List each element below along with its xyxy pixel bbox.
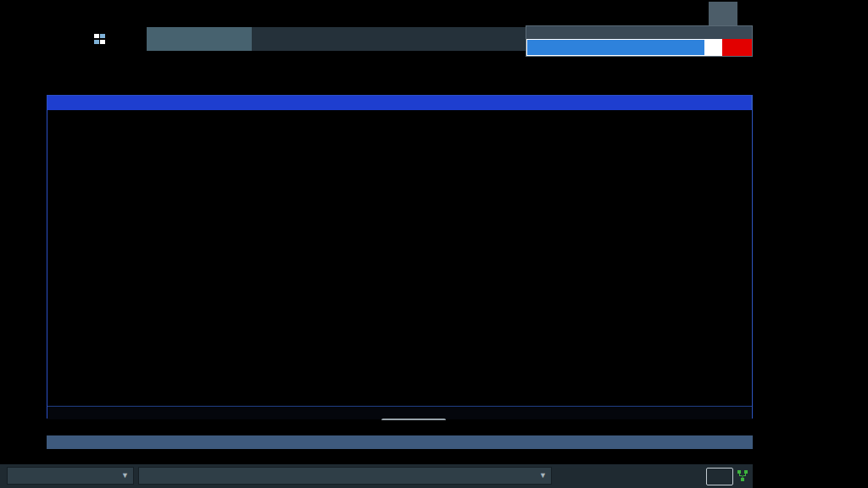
trace-color-dot-icon [737, 100, 744, 107]
dc-status-badge[interactable] [706, 468, 733, 485]
tab-multiview[interactable] [47, 27, 147, 51]
softkey-sidebar [753, 0, 868, 488]
chevron-down-icon: ▼ [121, 471, 129, 480]
marker-table-window [47, 420, 753, 464]
marker-table-row [47, 449, 753, 462]
status-bar: ▼ ▼ [0, 464, 753, 488]
popup-close-button[interactable] [722, 39, 752, 56]
trace-legend[interactable] [737, 100, 746, 107]
instrument-screen: ▼ ▼ [0, 0, 868, 488]
frequency-diagram-window [47, 95, 753, 419]
trigger-level-input[interactable] [526, 39, 722, 56]
multiview-grid-icon [94, 34, 105, 45]
x-axis-bar [47, 406, 752, 419]
screenshot-camera-button[interactable] [709, 2, 737, 25]
trigger-level-value [527, 40, 704, 55]
diagram-header [47, 96, 751, 110]
channel-settings-bar [47, 51, 753, 95]
status-dropdown-left[interactable]: ▼ [7, 467, 134, 485]
plot-area[interactable] [47, 110, 752, 406]
trigger-level-popup-title [526, 26, 752, 39]
chevron-down-icon: ▼ [539, 471, 547, 480]
tab-phase-noise[interactable] [147, 27, 252, 51]
marker-table-header [47, 435, 753, 449]
toolbar [0, 0, 868, 27]
status-dropdown-main[interactable]: ▼ [138, 467, 552, 485]
lan-status-icon [737, 469, 748, 486]
trigger-level-popup [526, 25, 753, 57]
